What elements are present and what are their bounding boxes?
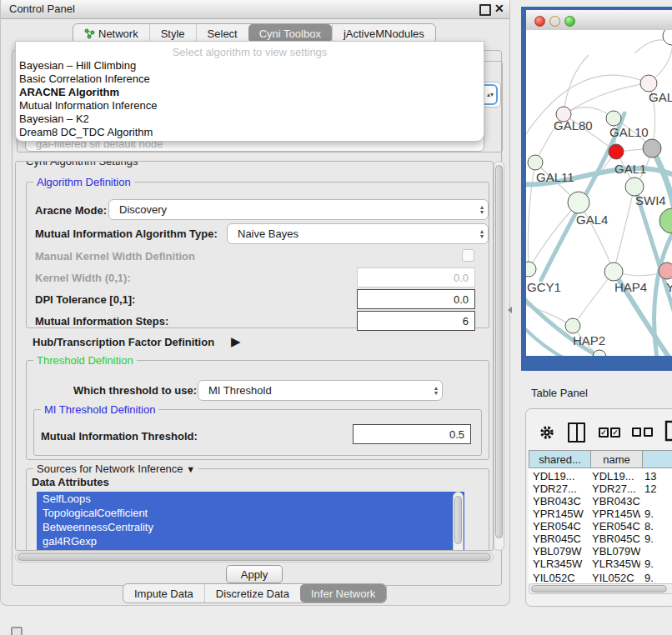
table-cell[interactable]: YBL079W	[592, 545, 640, 558]
split-columns-icon[interactable]	[568, 422, 585, 442]
list-item[interactable]: SelfLoops	[37, 492, 464, 506]
node-pink[interactable]	[659, 262, 672, 279]
table-cell[interactable]: YBR045C	[592, 532, 640, 546]
tab-impute-data[interactable]: Impute Data	[123, 584, 204, 602]
table-body[interactable]: YDL19... YDL19... 13 YDR27... YDR27... 1…	[529, 468, 672, 583]
attributes-scrollbar[interactable]	[453, 492, 464, 551]
tab-cyni-toolbox[interactable]: Cyni Toolbox	[248, 24, 332, 42]
checked-checkbox-icon[interactable]: ✓	[610, 428, 620, 438]
settings-hscrollbar[interactable]	[15, 552, 494, 562]
table-cell[interactable]: YLR345W	[592, 558, 640, 571]
table-cell[interactable]: YDR27...	[592, 482, 640, 496]
table-cell[interactable]: 9.	[644, 532, 672, 546]
list-item[interactable]: TopologicalCoefficient	[37, 506, 464, 520]
node-hap4[interactable]	[604, 262, 623, 281]
unchecked-checkbox-icon[interactable]	[632, 428, 641, 437]
dropdown-item[interactable]: Dream8 DC_TDC Algorithm	[16, 126, 484, 139]
dropdown-item[interactable]: Bayesian – Hill Climbing	[16, 59, 484, 72]
unchecked-checkbox-icon[interactable]	[644, 428, 653, 437]
dropdown-item[interactable]: Mutual Information Inference	[16, 99, 484, 112]
column-header-partial[interactable]	[642, 450, 672, 468]
close-traffic-light[interactable]	[534, 16, 545, 27]
table-hscrollbar[interactable]	[529, 583, 672, 594]
zoom-traffic-light[interactable]	[564, 16, 575, 27]
settings-scrollbar-thumb[interactable]	[495, 165, 503, 538]
table-cell[interactable]: YBR043C	[592, 495, 640, 508]
table-cell[interactable]: YIL052C	[533, 572, 588, 583]
table-cell[interactable]: YER054C	[592, 520, 640, 533]
attributes-scrollbar-thumb[interactable]	[454, 496, 462, 544]
mi-threshold-field[interactable]: 0.5	[353, 424, 471, 444]
node-gal4[interactable]	[568, 192, 589, 213]
gear-icon[interactable]	[539, 424, 555, 441]
node-hap2[interactable]	[565, 318, 580, 333]
table-cell[interactable]: 12	[644, 482, 672, 496]
table-cell[interactable]: YBR045C	[533, 532, 588, 546]
panel-resize-grip[interactable]	[508, 307, 512, 313]
apply-button[interactable]: Apply	[226, 565, 283, 583]
table-cell[interactable]: 9.	[644, 508, 672, 521]
network-canvas[interactable]: GAL GAL80 GAL10 GAL1 GAL11 SWI4 GAL4 GCY…	[526, 30, 672, 356]
float-window-icon[interactable]	[479, 4, 491, 16]
node-gcy1[interactable]	[526, 262, 536, 277]
table-cell[interactable]: YDL19...	[533, 470, 588, 483]
dropdown-item-selected[interactable]: ARACNE Algorithm	[16, 86, 484, 99]
minimize-traffic-light[interactable]	[549, 16, 560, 27]
table-cell[interactable]	[644, 545, 672, 558]
which-threshold-combo[interactable]: MI Threshold ▴▾	[198, 380, 443, 401]
checked-checkbox-icon[interactable]: ✓	[599, 428, 609, 438]
tab-select[interactable]: Select	[196, 24, 248, 42]
data-attributes-list[interactable]: SelfLoops TopologicalCoefficient Between…	[37, 492, 464, 551]
table-cell[interactable]: YER054C	[533, 520, 588, 533]
table-cell[interactable]: 8.	[644, 520, 672, 533]
node[interactable]	[663, 30, 672, 45]
tab-infer-network[interactable]: Infer Network	[300, 584, 386, 602]
dpi-tolerance-field[interactable]: 0.0	[357, 289, 475, 309]
table-cell[interactable]: YDR27...	[533, 482, 588, 496]
tab-discretize-data[interactable]: Discretize Data	[204, 584, 300, 602]
table-cell[interactable]: YLR345W	[533, 558, 588, 571]
table-cell[interactable]: YDL19...	[592, 470, 640, 483]
table-cell[interactable]	[644, 495, 672, 508]
node-small[interactable]	[593, 350, 606, 356]
list-item[interactable]: gal4RGexp	[37, 534, 464, 548]
column-header-shared[interactable]: shared...	[529, 450, 591, 468]
column-header-name[interactable]: name	[590, 450, 643, 468]
dropdown-item[interactable]: Bayesian – K2	[16, 112, 484, 126]
table-cell[interactable]: 9.	[644, 558, 672, 571]
node-gal[interactable]	[640, 75, 657, 92]
minimized-panel-icon[interactable]	[11, 627, 23, 635]
expand-arrow-icon[interactable]: ▶	[231, 334, 241, 349]
document-icon[interactable]	[664, 420, 672, 442]
table-cell[interactable]: 13	[644, 470, 672, 483]
table-cell[interactable]: YPR145W	[592, 508, 640, 521]
bottom-tabstrip: Impute Data Discretize Data Infer Networ…	[123, 583, 387, 603]
kernel-width-field[interactable]: 0.0	[357, 268, 475, 288]
node-gal10[interactable]	[606, 111, 621, 126]
node-gal11[interactable]	[528, 155, 543, 170]
control-panel-titlebar[interactable]: Control Panel ✕	[1, 0, 509, 19]
table-cell[interactable]: YBR043C	[533, 495, 588, 508]
table-cell[interactable]: YIL052C	[592, 572, 640, 583]
table-hscrollbar-thumb[interactable]	[531, 585, 667, 592]
table-cell[interactable]: YPR145W	[533, 508, 588, 521]
node-gal1[interactable]	[609, 144, 624, 159]
collapse-arrow-icon[interactable]: ▼	[186, 464, 195, 474]
tab-network[interactable]: Network	[73, 24, 149, 42]
settings-scrollbar[interactable]	[494, 161, 504, 551]
table-cell[interactable]: 9.	[644, 572, 672, 583]
mi-algorithm-type-combo[interactable]: Naive Bayes ▴▾	[227, 223, 489, 244]
node-gray[interactable]	[643, 139, 661, 158]
node-green[interactable]	[659, 208, 672, 233]
mi-steps-field[interactable]: 6	[357, 311, 475, 331]
settings-hscrollbar-thumb[interactable]	[18, 553, 491, 561]
list-item[interactable]: BetweennessCentrality	[37, 520, 464, 534]
network-window-titlebar[interactable]	[526, 10, 672, 31]
aracne-mode-combo[interactable]: Discovery ▴▾	[108, 199, 489, 220]
tab-jactivemnodules[interactable]: jActiveMNodules	[332, 24, 435, 42]
close-icon[interactable]: ✕	[494, 2, 504, 15]
tab-style[interactable]: Style	[149, 24, 196, 42]
table-cell[interactable]: YBL079W	[533, 545, 588, 558]
manual-kernel-checkbox[interactable]	[462, 249, 474, 262]
dropdown-item[interactable]: Basic Correlation Inference	[16, 72, 484, 86]
